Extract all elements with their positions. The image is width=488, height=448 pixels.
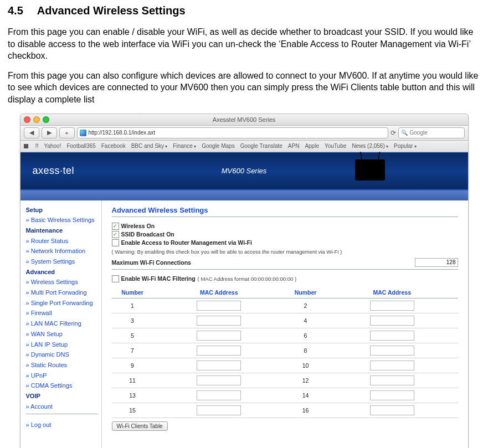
row-number: 16: [285, 403, 326, 418]
content-area: Advanced Wireless Settings Wireless On S…: [102, 200, 468, 448]
col-mac: MAC Address: [153, 287, 285, 298]
sidebar-item-system-settings[interactable]: » System Settings: [26, 256, 98, 267]
row-number: 10: [285, 358, 326, 373]
mac-input[interactable]: [370, 390, 414, 400]
sidebar-header-voip: VOIP: [26, 391, 98, 401]
section-title: Advanced Wireless Settings: [37, 4, 186, 17]
url-bar[interactable]: http://192.168.0.1/index.axt: [77, 127, 388, 138]
reload-icon[interactable]: ⟳: [391, 129, 396, 137]
bookmark-item[interactable]: APN: [288, 143, 300, 149]
url-text: http://192.168.0.1/index.axt: [89, 130, 156, 136]
bookmark-item[interactable]: Apple: [305, 143, 319, 149]
sidebar-item-lan-ip[interactable]: » LAN IP Setup: [26, 339, 98, 350]
page-body: Setup » Basic Wireless Settings Maintena…: [20, 200, 468, 448]
window-titlebar: Axesstel MV600 Series: [20, 114, 468, 126]
mac-input[interactable]: [197, 331, 241, 341]
bookmark-item[interactable]: Football365: [66, 143, 95, 149]
row-number: 5: [112, 328, 153, 343]
row-number: 3: [112, 313, 153, 328]
mac-input[interactable]: [370, 405, 414, 415]
table-row: 12: [112, 298, 458, 313]
mac-filter-label: Enable Wi-Fi MAC Filtering: [121, 275, 196, 282]
mac-input[interactable]: [197, 390, 241, 400]
max-connections-input[interactable]: [415, 258, 458, 267]
ssid-broadcast-label: SSID Broadcast On: [121, 231, 174, 238]
sidebar-item-basic-wireless[interactable]: » Basic Wireless Settings: [26, 215, 98, 225]
sidebar-item-single-port[interactable]: » Single Port Forwarding: [26, 298, 98, 308]
sidebar-item-account[interactable]: » Account: [26, 401, 98, 412]
window-title: Axesstel MV600 Series: [20, 116, 468, 123]
bookmark-item[interactable]: Facebook: [101, 143, 126, 149]
sidebar-item-wan-setup[interactable]: » WAN Setup: [26, 329, 98, 339]
add-bookmark-button[interactable]: +: [59, 127, 75, 138]
mac-format-hint: ( MAC Address format 00:00:00:00:00:00 ): [198, 276, 296, 282]
sidebar-item-router-status[interactable]: » Router Status: [26, 236, 98, 246]
bookmarks-bar: ⠿ Yahoo! Football365 Facebook BBC and Sk…: [20, 141, 468, 152]
enable-mgmt-checkbox[interactable]: [112, 239, 119, 246]
sidebar-item-ddns[interactable]: » Dynamic DNS: [26, 349, 98, 360]
bookmark-item[interactable]: YouTube: [325, 143, 346, 149]
mac-input[interactable]: [370, 331, 414, 341]
table-row: 1112: [112, 373, 458, 388]
row-number: 7: [112, 343, 153, 358]
bookmark-item[interactable]: Popular: [394, 143, 417, 149]
mac-input[interactable]: [370, 316, 414, 326]
mac-input[interactable]: [370, 346, 414, 356]
sidebar-item-upnp[interactable]: » UPnP: [26, 370, 98, 381]
browser-toolbar: ◀ ▶ + http://192.168.0.1/index.axt ⟳ 🔍 G…: [20, 126, 468, 141]
mac-input[interactable]: [197, 301, 241, 311]
router-image: [355, 159, 385, 181]
sidebar-item-cdma[interactable]: » CDMA Settings: [26, 380, 98, 391]
row-number: 4: [285, 313, 326, 328]
bookmark-item[interactable]: Yahoo!: [44, 143, 61, 149]
wireless-on-checkbox[interactable]: [112, 223, 119, 230]
row-number: 14: [285, 388, 326, 403]
bookmark-item[interactable]: News (2,056): [352, 143, 388, 149]
mac-input[interactable]: [370, 301, 414, 311]
bookmark-item[interactable]: Finance: [173, 143, 196, 149]
mac-input[interactable]: [370, 361, 414, 370]
search-icon: 🔍: [401, 130, 408, 136]
section-number: 4.5: [8, 4, 34, 17]
enable-mgmt-warning: ( Warning: By enabling this check box yo…: [112, 249, 342, 255]
sidebar-header-setup: Setup: [26, 205, 98, 215]
mac-input[interactable]: [197, 405, 241, 415]
sidebar-item-network-info[interactable]: » Network Information: [26, 246, 98, 256]
forward-button[interactable]: ▶: [42, 127, 57, 138]
bookmark-item[interactable]: Google Translate: [240, 143, 282, 149]
row-number: 12: [285, 373, 326, 388]
row-number: 13: [112, 388, 153, 403]
wifi-clients-table-button[interactable]: Wi-Fi Clients Table: [112, 421, 168, 431]
mac-input[interactable]: [197, 346, 241, 356]
show-bookmarks-icon[interactable]: [24, 144, 28, 148]
browser-window: Axesstel MV600 Series ◀ ▶ + http://192.1…: [20, 114, 469, 448]
mac-input[interactable]: [370, 375, 414, 385]
mac-input[interactable]: [197, 316, 241, 326]
sidebar-item-wireless-settings[interactable]: » Wireless Settings: [26, 277, 98, 287]
sidebar-item-lan-mac[interactable]: » LAN MAC Filtering: [26, 318, 98, 329]
back-button[interactable]: ◀: [24, 127, 39, 138]
favicon-icon: [80, 130, 86, 136]
sidebar-item-firewall[interactable]: » Firewall: [26, 308, 98, 318]
mac-filter-checkbox[interactable]: [112, 275, 119, 282]
table-row: 78: [112, 343, 458, 358]
search-box[interactable]: 🔍 Google: [398, 127, 465, 138]
ssid-broadcast-checkbox[interactable]: [112, 231, 119, 238]
sidebar-item-logout[interactable]: » Log out: [26, 420, 98, 430]
row-number: 8: [285, 343, 326, 358]
row-number: 9: [112, 358, 153, 373]
sidebar-header-advanced: Advanced: [26, 267, 98, 277]
page-banner: axess·tel MV600 Series: [20, 152, 468, 190]
bookmark-item[interactable]: Google Maps: [202, 143, 234, 149]
bookmark-item[interactable]: BBC and Sky: [131, 143, 168, 149]
body-paragraph-2: From this page you can also configure wh…: [8, 70, 480, 106]
wireless-on-label: Wireless On: [121, 223, 155, 229]
mac-input[interactable]: [197, 361, 241, 370]
sidebar-item-static-routes[interactable]: » Static Routes: [26, 360, 98, 370]
mac-input[interactable]: [197, 375, 241, 385]
row-number: 6: [285, 328, 326, 343]
enable-mgmt-label: Enable Access to Router Management via W…: [121, 239, 252, 246]
sidebar: Setup » Basic Wireless Settings Maintena…: [20, 200, 102, 448]
sidebar-item-multi-port[interactable]: » Multi Port Forwading: [26, 287, 98, 298]
table-row: 1314: [112, 388, 458, 403]
